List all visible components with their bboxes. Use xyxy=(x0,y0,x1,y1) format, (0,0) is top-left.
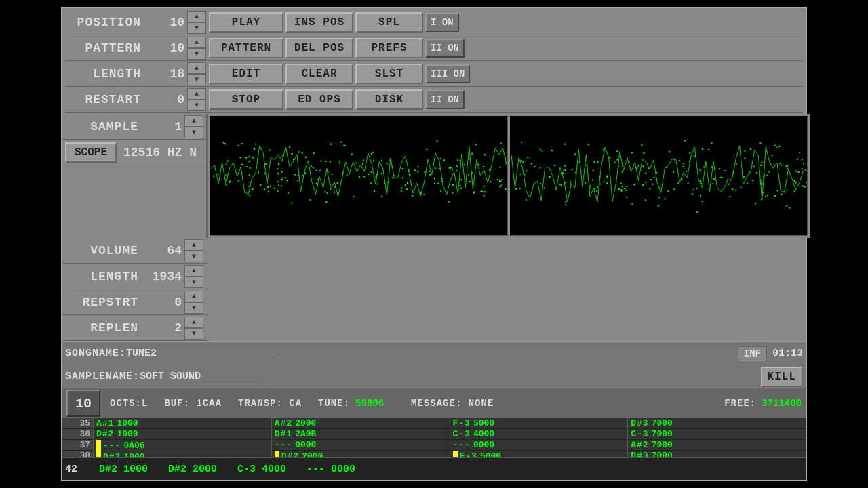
spl-button[interactable]: SPL xyxy=(355,12,423,33)
sample-label: SAMPLE xyxy=(62,120,144,134)
replen-up[interactable] xyxy=(184,317,203,328)
pattern-cell[interactable]: D#37000 xyxy=(628,451,806,457)
pattern-cell[interactable]: ---0A06 xyxy=(94,440,271,451)
pattern-cell[interactable]: A#22000 xyxy=(272,418,450,429)
prefs-button[interactable]: PREFS xyxy=(355,38,423,58)
song-info-row: SONGNAME: TUNE2___________________ INF 0… xyxy=(62,341,806,365)
waveform-area xyxy=(208,114,810,238)
del-pos-button[interactable]: DEL POS xyxy=(285,38,353,58)
inf-button[interactable]: INF xyxy=(738,346,767,361)
note-velocity: 2A0B xyxy=(295,429,316,439)
position-spinner[interactable] xyxy=(187,11,206,34)
replen-value: 2 xyxy=(144,321,184,335)
length2-spinner[interactable] xyxy=(184,265,203,288)
slst-button[interactable]: SLST xyxy=(355,64,423,84)
bottom-row: 42D#2 1000D#2 2000C-3 4000--- 0000 xyxy=(62,457,806,480)
ed-ops-button[interactable]: ED OPS xyxy=(285,89,353,110)
pattern-cell[interactable]: A#11000 xyxy=(94,418,271,429)
free-label: FREE: xyxy=(724,398,756,409)
length2-up[interactable] xyxy=(184,265,203,277)
note-name: --- xyxy=(103,441,121,451)
restart-up[interactable] xyxy=(187,88,206,100)
bar-indicator xyxy=(275,451,279,457)
note-velocity: 4000 xyxy=(473,429,494,439)
length-down[interactable] xyxy=(187,74,206,85)
sample-down[interactable] xyxy=(184,127,203,138)
pattern-cell[interactable]: C-37000 xyxy=(628,429,806,440)
pattern-cell[interactable]: D#21000 xyxy=(94,429,271,440)
sample-name-row: SAMPLENAME: SOFT SOUND__________ KILL xyxy=(62,365,806,388)
edit-button[interactable]: EDIT xyxy=(209,64,283,84)
pattern-cell[interactable]: F-35000 xyxy=(450,418,628,429)
clear-button[interactable]: CLEAR xyxy=(285,64,353,84)
note-name: A#2 xyxy=(275,418,292,428)
on-btn-3[interactable]: III ON xyxy=(425,64,470,83)
volume-down[interactable] xyxy=(184,251,203,262)
free-value: 3711400 xyxy=(762,398,802,409)
song-time: 01:13 xyxy=(772,348,803,359)
pattern-button[interactable]: PATTERN xyxy=(209,38,283,58)
volume-value: 64 xyxy=(144,244,184,258)
pattern-up[interactable] xyxy=(187,37,206,48)
repstrt-spinner[interactable] xyxy=(184,291,203,314)
note-velocity: 7000 xyxy=(652,429,673,439)
length2-label: LENGTH xyxy=(62,270,144,283)
restart-label: RESTART xyxy=(65,93,146,106)
top-controls: POSITION 10 PLAY INS POS SPL I ON PATTER… xyxy=(62,8,806,114)
position-down[interactable] xyxy=(187,22,206,34)
pattern-spinner[interactable] xyxy=(187,37,206,60)
pattern-cell[interactable]: F-35000 xyxy=(450,451,628,457)
stop-button[interactable]: STOP xyxy=(209,89,283,110)
note-velocity: 7000 xyxy=(652,451,673,457)
on-btn-4[interactable]: II ON xyxy=(425,90,465,109)
repstrt-down[interactable] xyxy=(184,302,203,314)
pattern-cell[interactable]: D#37000 xyxy=(628,418,806,429)
sample-params: VOLUME 64 LENGTH 1934 REPSTRT 0 xyxy=(62,238,208,341)
note-velocity: 2000 xyxy=(302,451,323,458)
volume-label: VOLUME xyxy=(62,244,144,258)
volume-up[interactable] xyxy=(184,239,203,251)
sample-up[interactable] xyxy=(184,115,203,127)
note-name: D#3 xyxy=(631,418,648,428)
row-number: 36 xyxy=(62,429,93,440)
replen-spinner[interactable] xyxy=(184,317,203,340)
note-velocity: 1000 xyxy=(117,418,138,428)
position-value: 10 xyxy=(146,16,187,29)
ins-pos-button[interactable]: INS POS xyxy=(285,12,353,33)
volume-spinner[interactable] xyxy=(184,239,203,262)
bottom-note: --- 0000 xyxy=(307,464,355,475)
disk-button[interactable]: DISK xyxy=(355,89,423,110)
note-velocity: 0000 xyxy=(295,440,316,450)
on-btn-2[interactable]: II ON xyxy=(425,39,465,58)
sample-section: SAMPLE 1 SCOPE 12516 HZ N xyxy=(62,114,208,238)
kill-button[interactable]: KILL xyxy=(761,367,803,387)
pattern-down[interactable] xyxy=(187,48,206,60)
row-number: 38 xyxy=(62,451,93,457)
pattern-cell[interactable]: D#12A0B xyxy=(272,429,450,440)
bottom-note: D#2 1000 xyxy=(99,464,148,475)
note-name: C-3 xyxy=(453,429,471,439)
pattern-value: 10 xyxy=(146,41,187,55)
length-up[interactable] xyxy=(187,62,206,74)
pattern-cell[interactable]: ---0000 xyxy=(450,440,628,451)
pattern-cell[interactable]: D#22000 xyxy=(272,451,450,457)
position-up[interactable] xyxy=(187,11,206,22)
play-button[interactable]: PLAY xyxy=(209,12,283,33)
length2-down[interactable] xyxy=(184,277,203,288)
scope-button[interactable]: SCOPE xyxy=(65,142,117,163)
repstrt-up[interactable] xyxy=(184,291,203,302)
note-velocity: 7000 xyxy=(652,440,673,450)
bottom-note: C-3 4000 xyxy=(237,464,286,475)
pattern-cell[interactable]: C-34000 xyxy=(450,429,628,440)
restart-down[interactable] xyxy=(187,100,206,111)
length-spinner[interactable] xyxy=(187,62,206,85)
sample-spinner[interactable] xyxy=(184,115,203,138)
restart-spinner[interactable] xyxy=(187,88,206,111)
on-btn-1[interactable]: I ON xyxy=(425,13,459,32)
replen-down[interactable] xyxy=(184,328,203,340)
pattern-cell[interactable]: D#21000 xyxy=(94,451,271,457)
pattern-cell[interactable]: A#27000 xyxy=(628,440,806,451)
pattern-cell[interactable]: ---0000 xyxy=(272,440,450,451)
note-name: A#2 xyxy=(631,440,648,450)
sample-value: 1 xyxy=(144,120,184,134)
